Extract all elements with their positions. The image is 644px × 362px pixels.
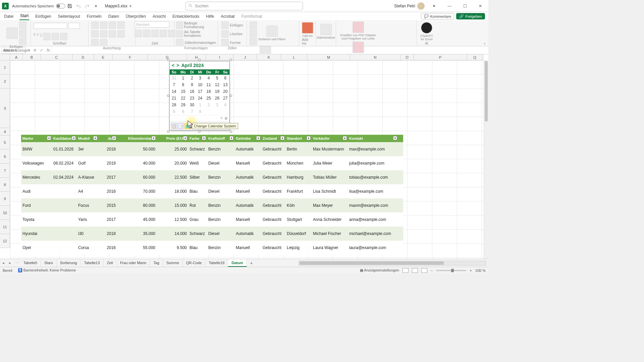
spreadsheet-grid[interactable]: A B C D E F G H I J K L M N O P Q 1 2 3 … — [0, 54, 488, 259]
calendar-addin[interactable]: < > April 2024 SoMoDiMiDoFrSa 3112345678… — [169, 61, 230, 130]
inc-decimal-icon[interactable] — [160, 30, 167, 37]
table-cell[interactable]: Volkswagen — [21, 156, 52, 170]
autosum-icon[interactable] — [250, 21, 257, 29]
tab-ueberpruefen[interactable]: Überprüfen — [125, 13, 147, 20]
display-settings[interactable]: ▦ Anzeigeeinstellungen — [360, 268, 399, 273]
table-cell[interactable]: Manuell — [234, 213, 261, 227]
calendar-day[interactable]: 24 — [196, 95, 204, 102]
table-cell[interactable]: Anna Schneider — [312, 213, 348, 227]
calendar-day[interactable]: 17 — [196, 88, 204, 95]
insert-cells[interactable]: Einfügen — [221, 21, 243, 29]
table-cell[interactable]: 40.000 — [117, 156, 157, 170]
calendar-next-button[interactable]: > — [176, 63, 179, 68]
align-center-icon[interactable] — [109, 30, 116, 38]
calendar-day[interactable]: 25 — [204, 95, 213, 102]
column-header[interactable]: Marke▾ — [21, 135, 52, 142]
table-cell[interactable]: Max Meyer — [312, 198, 348, 213]
calendar-day[interactable]: 2 — [188, 75, 196, 81]
calendar-day[interactable]: 16 — [188, 88, 196, 95]
format-cells[interactable]: Format — [221, 39, 240, 46]
calendar-day[interactable]: 19 — [213, 88, 221, 95]
table-cell[interactable]: 80.000 — [117, 198, 157, 213]
share-button[interactable]: 🔗 Freigeben — [456, 13, 485, 19]
calendar-day[interactable]: 13 — [221, 81, 229, 88]
data-analysis-icon[interactable] — [320, 24, 332, 35]
table-cell[interactable]: A-Klasse — [77, 170, 98, 184]
sheet-tab[interactable]: QR-Code — [183, 259, 205, 267]
calendar-day[interactable]: 6 — [221, 75, 229, 81]
table-cell[interactable] — [52, 184, 77, 198]
autosave-toggle[interactable]: Automatisches Speichern — [12, 4, 65, 8]
indent-dec-icon[interactable] — [91, 39, 99, 46]
calendar-day[interactable]: 8 — [178, 81, 188, 88]
pdf-share-link-icon[interactable] — [353, 21, 364, 33]
table-cell[interactable] — [52, 241, 77, 255]
tab-daten[interactable]: Daten — [108, 13, 120, 20]
calendar-day[interactable]: 28 — [170, 102, 178, 108]
table-cell[interactable]: 2018 — [98, 142, 117, 156]
table-cell[interactable]: Manuell — [234, 241, 261, 255]
table-row[interactable]: Mercedes02.04.2024A-Klasse201760.00022.5… — [21, 170, 403, 184]
font-color-icon[interactable] — [60, 33, 67, 40]
table-cell[interactable]: Gebraucht — [261, 198, 285, 213]
font-select[interactable] — [34, 23, 67, 29]
table-cell[interactable]: München — [285, 156, 312, 170]
column-header[interactable]: Getriebe▾ — [234, 135, 261, 142]
table-cell[interactable]: 02.04.2024 — [52, 170, 77, 184]
number-format-select[interactable]: Standard — [135, 21, 169, 27]
percent-icon[interactable] — [143, 30, 150, 37]
vertical-scrollbar[interactable] — [484, 60, 488, 259]
view-break-icon[interactable] — [421, 268, 427, 273]
table-cell[interactable]: Gebraucht — [261, 142, 285, 156]
calendar-day[interactable]: 5 — [170, 108, 178, 115]
tab-ansicht[interactable]: Ansicht — [152, 13, 166, 20]
calendar-day[interactable]: 18 — [204, 88, 213, 95]
format-painter-icon[interactable] — [19, 38, 26, 45]
wrap-icon[interactable] — [91, 30, 99, 38]
column-header[interactable]: Kaufdatum▾ — [52, 135, 77, 142]
table-row[interactable]: FordFocus201580.00015.000RotBenzinAutoma… — [21, 198, 403, 213]
accept-formula-icon[interactable]: ✓ — [38, 47, 45, 54]
table-cell[interactable]: Audi — [21, 184, 52, 198]
calendar-day[interactable]: 15 — [178, 88, 188, 95]
calendar-day[interactable]: 6 — [178, 108, 188, 115]
sheet-tab[interactable]: Tabelle5 — [20, 259, 41, 267]
table-cell[interactable]: Benzin — [207, 170, 234, 184]
table-cell[interactable]: 15.000 — [157, 198, 188, 213]
fill-icon[interactable] — [250, 29, 257, 37]
calendar-day[interactable]: 31 — [170, 75, 178, 81]
table-cell[interactable]: Blau — [188, 184, 207, 198]
calendar-day[interactable]: 8 — [196, 108, 204, 115]
calendar-day[interactable]: 2 — [204, 102, 213, 108]
table-cell[interactable]: Golf — [77, 156, 98, 170]
paste-icon[interactable] — [6, 27, 18, 39]
table-cell[interactable]: Hyundai — [21, 227, 52, 241]
undo-icon[interactable] — [75, 2, 82, 10]
align-middle-icon[interactable] — [100, 21, 107, 29]
tab-formformat[interactable]: Formformat — [241, 13, 263, 20]
sheet-tab[interactable]: Datum — [228, 259, 247, 267]
calendar-day[interactable]: 3 — [196, 75, 204, 81]
calendar-day[interactable] — [221, 108, 229, 115]
align-top-icon[interactable] — [91, 21, 99, 29]
tab-entwicklertools[interactable]: Entwicklertools — [172, 13, 200, 20]
column-header[interactable]: Kontakt▾ — [348, 135, 398, 142]
addins-icon[interactable] — [302, 22, 313, 34]
column-header[interactable]: Kraftstoff▾ — [207, 135, 234, 142]
tab-acrobat[interactable]: Acrobat — [220, 13, 235, 20]
table-cell[interactable]: Lisa Schmidt — [312, 184, 348, 198]
table-cell[interactable]: 55.000 — [117, 241, 157, 255]
table-cell[interactable]: michael@example.com — [348, 227, 398, 241]
table-cell[interactable]: Gebraucht — [261, 241, 285, 255]
table-cell[interactable]: Toyota — [21, 213, 52, 227]
calendar-help-icon[interactable]: ? — [220, 116, 222, 121]
table-cell[interactable]: Corsa — [77, 241, 98, 255]
comments-button[interactable]: 💬 Kommentare — [421, 13, 454, 19]
ribbon-collapse-icon[interactable]: ⌄ — [483, 41, 486, 45]
table-cell[interactable]: anna@example.com — [348, 213, 398, 227]
table-cell[interactable]: 2015 — [98, 198, 117, 213]
filter-dropdown-icon[interactable]: ▾ — [183, 136, 187, 140]
table-cell[interactable]: 70.000 — [117, 184, 157, 198]
table-cell[interactable]: Automatik — [234, 170, 261, 184]
tab-formeln[interactable]: Formeln — [86, 13, 102, 20]
